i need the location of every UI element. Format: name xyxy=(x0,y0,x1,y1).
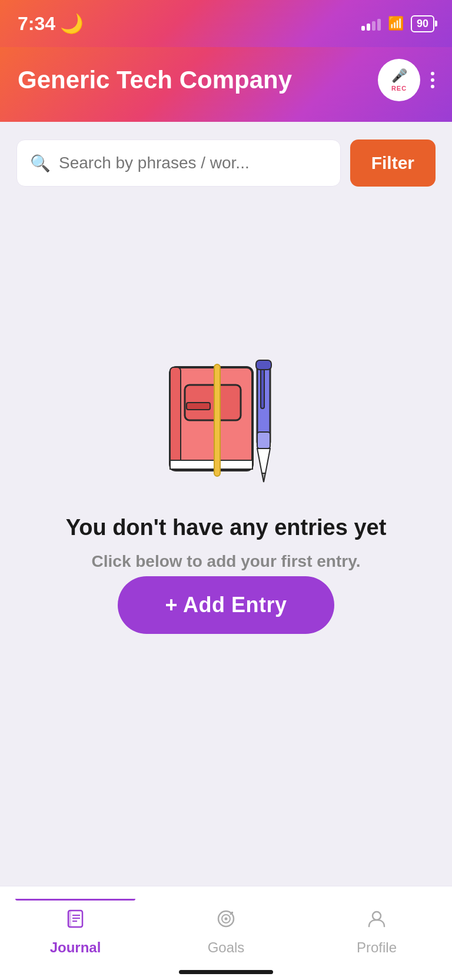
empty-state-illustration xyxy=(164,356,288,485)
signal-bar-2 xyxy=(367,24,370,31)
battery-indicator: 90 xyxy=(411,15,434,32)
search-area: 🔍 Filter xyxy=(0,122,452,198)
svg-rect-1 xyxy=(170,367,181,470)
rec-label: REC xyxy=(391,85,407,92)
dot-3 xyxy=(431,85,434,88)
svg-rect-4 xyxy=(170,460,252,469)
header-actions: 🎤 REC xyxy=(378,59,434,101)
empty-state-title: You don't have any entries yet xyxy=(66,514,387,542)
svg-marker-11 xyxy=(262,473,265,482)
goals-nav-icon xyxy=(215,908,237,935)
profile-nav-icon xyxy=(366,908,387,935)
search-input[interactable] xyxy=(59,154,327,172)
wifi-icon: 📶 xyxy=(388,16,404,31)
add-entry-button[interactable]: + Add Entry xyxy=(118,576,334,634)
main-content: You don't have any entries yet Click bel… xyxy=(0,198,452,728)
goals-nav-label: Goals xyxy=(208,939,245,956)
profile-nav-label: Profile xyxy=(357,939,397,956)
add-entry-container: + Add Entry xyxy=(0,576,452,634)
app-title: Generic Tech Company xyxy=(18,66,292,94)
more-button[interactable] xyxy=(431,72,434,88)
signal-bar-3 xyxy=(372,21,375,31)
app-header: Generic Tech Company 🎤 REC xyxy=(0,47,452,122)
journal-nav-icon xyxy=(65,908,86,935)
home-indicator xyxy=(179,970,273,974)
signal-bar-1 xyxy=(361,26,365,31)
svg-rect-13 xyxy=(68,911,71,927)
empty-state-subtitle: Click below to add your first entry. xyxy=(92,552,361,571)
mic-icon: 🎤 xyxy=(391,68,407,84)
journal-pen-svg xyxy=(164,356,288,485)
svg-point-19 xyxy=(225,918,228,921)
signal-bars xyxy=(361,16,381,31)
status-time: 7:34 🌙 xyxy=(18,12,84,35)
dot-1 xyxy=(431,72,434,75)
signal-bar-4 xyxy=(377,19,381,31)
svg-rect-8 xyxy=(256,360,271,370)
svg-rect-3 xyxy=(187,403,210,410)
bottom-nav: Journal Goals Profile xyxy=(0,886,452,980)
search-box: 🔍 xyxy=(16,139,341,187)
svg-marker-10 xyxy=(257,449,270,473)
svg-point-21 xyxy=(373,912,381,920)
svg-rect-5 xyxy=(214,364,220,476)
time-text: 7:34 xyxy=(18,13,55,35)
status-icons: 📶 90 xyxy=(361,15,434,32)
moon-icon: 🌙 xyxy=(60,12,84,35)
rec-button[interactable]: 🎤 REC xyxy=(378,59,420,101)
journal-nav-label: Journal xyxy=(50,939,101,956)
nav-item-profile[interactable]: Profile xyxy=(301,899,452,956)
nav-item-goals[interactable]: Goals xyxy=(151,899,301,956)
status-bar: 7:34 🌙 📶 90 xyxy=(0,0,452,47)
filter-button[interactable]: Filter xyxy=(350,139,436,187)
svg-rect-9 xyxy=(257,432,270,449)
search-icon: 🔍 xyxy=(30,154,51,173)
dot-2 xyxy=(431,78,434,82)
nav-item-journal[interactable]: Journal xyxy=(0,899,151,956)
